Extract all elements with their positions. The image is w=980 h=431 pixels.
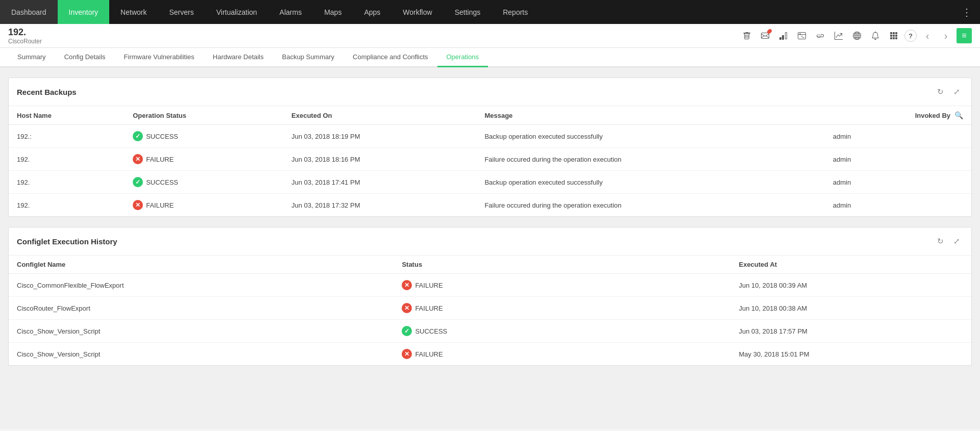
tab-summary[interactable]: Summary — [8, 48, 55, 67]
th-invoked-by: Invoked By 🔍 — [825, 106, 971, 125]
success-icon: ✓ — [402, 326, 412, 336]
console-icon[interactable] — [794, 28, 810, 43]
cell-invoked-by: admin — [825, 171, 971, 194]
nav-apps[interactable]: Apps — [353, 0, 391, 24]
back-button[interactable]: ‹ — [920, 28, 935, 43]
cell-configlet-name: CiscoRouter_FlowExport — [9, 297, 394, 320]
failure-icon: ✕ — [133, 154, 143, 164]
table-row: Cisco_CommonFlexible_FlowExport ✕ FAILUR… — [9, 274, 971, 297]
configlet-history-title: Configlet Execution History — [17, 237, 117, 246]
table-row: 192.: ✓ SUCCESS Jun 03, 2018 18:19 PM Ba… — [9, 125, 971, 148]
email-icon[interactable] — [757, 28, 773, 43]
cell-status: ✕ FAILURE — [125, 148, 283, 171]
recent-backups-header: Recent Backups ↻ ⤢ — [9, 78, 971, 106]
table-row: Cisco_Show_Version_Script ✓ SUCCESS Jun … — [9, 320, 971, 343]
nav-dashboard[interactable]: Dashboard — [0, 0, 58, 24]
failure-icon: ✕ — [402, 303, 412, 313]
tab-operations[interactable]: Operations — [437, 48, 488, 67]
graph-icon[interactable] — [831, 28, 846, 43]
cell-executed-at: May 30, 2018 15:01 PM — [730, 343, 971, 366]
failure-icon: ✕ — [133, 200, 143, 210]
cell-status: ✓ SUCCESS — [125, 125, 283, 148]
tab-config-details[interactable]: Config Details — [55, 48, 115, 67]
link-icon[interactable] — [813, 28, 828, 43]
cell-message: Failure occured during the operation exe… — [476, 194, 824, 217]
cell-status: ✕ FAILURE — [394, 274, 730, 297]
nav-more-button[interactable]: ⋮ — [953, 0, 980, 24]
trash-icon[interactable] — [739, 28, 754, 43]
cell-status: ✕ FAILURE — [125, 194, 283, 217]
cell-executed-at: Jun 03, 2018 17:57 PM — [730, 320, 971, 343]
recent-backups-table: Host Name Operation Status Executed On M… — [9, 106, 971, 216]
bell-icon[interactable] — [868, 28, 883, 43]
nav-alarms[interactable]: Alarms — [268, 0, 313, 24]
configlet-history-section: Configlet Execution History ↻ ⤢ Configle… — [8, 227, 972, 366]
configlet-history-header-row: Configlet Name Status Executed At — [9, 256, 971, 274]
device-name: CiscoRouter — [8, 38, 42, 45]
hamburger-menu[interactable]: ≡ — [957, 28, 972, 43]
forward-button[interactable]: › — [938, 28, 953, 43]
configlet-history-expand[interactable]: ⤢ — [950, 235, 963, 248]
table-row: 192. ✓ SUCCESS Jun 03, 2018 17:41 PM Bac… — [9, 171, 971, 194]
tab-compliance-conflicts[interactable]: Compliance and Conflicts — [344, 48, 437, 67]
tab-backup-summary[interactable]: Backup Summary — [273, 48, 344, 67]
nav-virtualization[interactable]: Virtualization — [205, 0, 268, 24]
device-ip: 192. — [8, 27, 42, 38]
success-icon: ✓ — [133, 177, 143, 187]
tabs-bar: Summary Config Details Firmware Vulnerab… — [0, 48, 980, 67]
configlet-history-refresh[interactable]: ↻ — [934, 235, 947, 248]
subtitle-bar: 192. CiscoRouter ? ‹ — [0, 24, 980, 48]
top-navigation: Dashboard Inventory Network Servers Virt… — [0, 0, 980, 24]
recent-backups-title: Recent Backups — [17, 88, 77, 96]
recent-backups-refresh[interactable]: ↻ — [934, 85, 947, 98]
cell-executed-on: Jun 03, 2018 18:19 PM — [283, 125, 476, 148]
configlet-history-header: Configlet Execution History ↻ ⤢ — [9, 227, 971, 256]
th-operation-status: Operation Status — [125, 106, 283, 125]
cell-executed-on: Jun 03, 2018 17:32 PM — [283, 194, 476, 217]
cell-executed-on: Jun 03, 2018 18:16 PM — [283, 148, 476, 171]
notification-badge — [768, 29, 772, 33]
success-icon: ✓ — [133, 131, 143, 141]
failure-icon: ✕ — [402, 349, 412, 359]
cell-host: 192. — [9, 148, 125, 171]
cell-status: ✓ SUCCESS — [394, 320, 730, 343]
report-icon[interactable] — [776, 28, 791, 43]
configlet-history-actions: ↻ ⤢ — [934, 235, 963, 248]
recent-backups-expand[interactable]: ⤢ — [950, 85, 963, 98]
cell-status: ✕ FAILURE — [394, 297, 730, 320]
cell-status: ✓ SUCCESS — [125, 171, 283, 194]
cell-message: Failure occured during the operation exe… — [476, 148, 824, 171]
failure-icon: ✕ — [402, 280, 412, 290]
main-content: Recent Backups ↻ ⤢ Host Name Operation S… — [0, 67, 980, 429]
table-row: CiscoRouter_FlowExport ✕ FAILURE Jun 10,… — [9, 297, 971, 320]
tab-hardware-details[interactable]: Hardware Details — [204, 48, 273, 67]
nav-servers[interactable]: Servers — [158, 0, 205, 24]
nav-workflow[interactable]: Workflow — [391, 0, 443, 24]
nav-maps[interactable]: Maps — [313, 0, 353, 24]
nav-inventory[interactable]: Inventory — [58, 0, 110, 24]
cell-invoked-by: admin — [825, 148, 971, 171]
th-message: Message — [476, 106, 824, 125]
th-configlet-name: Configlet Name — [9, 256, 394, 274]
tab-firmware-vulnerabilities[interactable]: Firmware Vulnerabilities — [115, 48, 204, 67]
recent-backups-table-wrapper: Host Name Operation Status Executed On M… — [9, 106, 971, 216]
nav-settings[interactable]: Settings — [444, 0, 492, 24]
recent-backups-header-row: Host Name Operation Status Executed On M… — [9, 106, 971, 125]
invoked-by-search-icon[interactable]: 🔍 — [954, 111, 963, 119]
nav-reports[interactable]: Reports — [492, 0, 539, 24]
configlet-history-table-wrapper: Configlet Name Status Executed At Cisco_… — [9, 256, 971, 365]
th-host-name: Host Name — [9, 106, 125, 125]
table-row: Cisco_Show_Version_Script ✕ FAILURE May … — [9, 343, 971, 366]
device-info: 192. CiscoRouter — [8, 27, 42, 45]
cell-host: 192.: — [9, 125, 125, 148]
toolbar-icons: ? ‹ › ≡ — [739, 28, 972, 43]
th-executed-on: Executed On — [283, 106, 476, 125]
recent-backups-actions: ↻ ⤢ — [934, 85, 963, 98]
globe-icon[interactable] — [849, 28, 865, 43]
configlet-history-table: Configlet Name Status Executed At Cisco_… — [9, 256, 971, 365]
th-executed-at: Executed At — [730, 256, 971, 274]
cell-host: 192. — [9, 194, 125, 217]
grid-icon[interactable] — [886, 28, 901, 43]
nav-network[interactable]: Network — [109, 0, 158, 24]
help-icon[interactable]: ? — [904, 30, 917, 42]
